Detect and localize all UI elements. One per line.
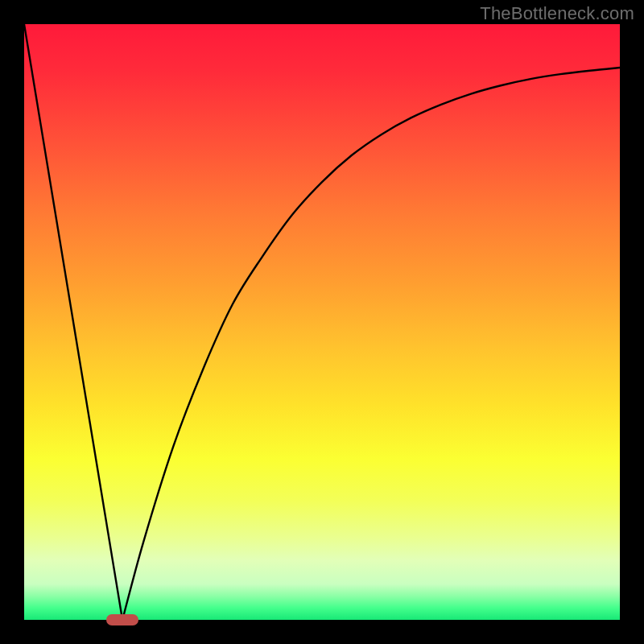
- series-left-descent: [24, 24, 122, 620]
- series-right-curve: [122, 68, 620, 620]
- chart-lines: [24, 24, 620, 620]
- chart-frame: TheBottleneck.com: [0, 0, 644, 644]
- watermark-text: TheBottleneck.com: [480, 3, 634, 24]
- plot-area: [24, 24, 620, 620]
- valley-marker: [106, 614, 138, 625]
